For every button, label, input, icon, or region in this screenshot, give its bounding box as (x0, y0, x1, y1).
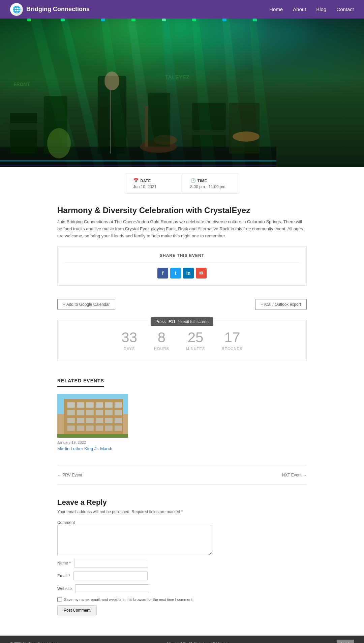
svg-rect-63 (57, 434, 128, 438)
add-ical-button[interactable]: + iCal / Outlook export (255, 299, 307, 310)
svg-rect-60 (96, 426, 103, 431)
next-event-link[interactable]: NXT Event → (282, 473, 307, 477)
svg-rect-58 (77, 426, 84, 431)
event-title: Harmony & Diversity Celebration with Cry… (57, 206, 307, 215)
fullscreen-notification: Press F11 to exit full screen (151, 317, 213, 326)
seconds-number: 17 (222, 330, 242, 345)
comment-label: Comment (57, 520, 75, 525)
name-label: Name * (57, 561, 71, 565)
related-title: RELATED EVENTS (57, 378, 104, 387)
leave-reply-title: Leave a Reply (57, 498, 307, 507)
svg-rect-46 (77, 410, 84, 415)
svg-rect-56 (115, 418, 122, 423)
svg-rect-61 (105, 426, 113, 431)
seconds-label: SECONDS (222, 347, 242, 351)
related-event-card: January 19, 2022 Martin Luther King Jr. … (57, 394, 128, 452)
share-email-button[interactable]: ✉ (196, 268, 207, 279)
date-label: 📅 DATE (133, 178, 174, 183)
svg-rect-39 (67, 402, 75, 408)
save-info-checkbox[interactable] (57, 597, 62, 602)
prev-event-link[interactable]: ← PRV Event (57, 473, 82, 477)
svg-rect-59 (86, 426, 94, 431)
share-section: SHARE THIS EVENT f t in ✉ (57, 246, 307, 286)
share-twitter-button[interactable]: t (170, 268, 181, 279)
footer-powered-by: Powered By: Cat's Imaging & Design (167, 641, 228, 643)
countdown-seconds: 17 SECONDS (222, 330, 242, 351)
svg-rect-54 (96, 418, 103, 423)
nav-about[interactable]: About (293, 6, 306, 12)
stage-background (0, 19, 364, 167)
calendar-row: + Add to Google Calendar + iCal / Outloo… (57, 292, 307, 317)
share-buttons: f t in ✉ (64, 268, 300, 279)
post-comment-button[interactable]: Post Comment (57, 605, 97, 615)
event-time-cell: 🕐 TIME 8:00 pm - 11:00 pm (182, 174, 239, 193)
nav-blog[interactable]: Blog (316, 6, 326, 12)
minutes-number: 25 (186, 330, 205, 345)
hours-label: HOURS (154, 347, 169, 351)
days-number: 33 (121, 330, 137, 345)
share-facebook-button[interactable]: f (157, 268, 168, 279)
save-info-label: Save my name, email, and website in this… (64, 597, 193, 602)
related-card-image (57, 394, 128, 438)
event-description: Join Bridging Connections at The Open+An… (57, 218, 307, 239)
svg-rect-55 (105, 418, 113, 423)
svg-rect-51 (67, 418, 75, 423)
site-logo: 🌐 Bridging Connections (10, 3, 90, 16)
email-input[interactable] (73, 572, 148, 580)
related-grid: January 19, 2022 Martin Luther King Jr. … (57, 394, 307, 452)
name-input[interactable] (74, 559, 148, 567)
event-info-card: 📅 DATE Jun 10, 2021 🕐 TIME 8:00 pm - 11:… (125, 174, 239, 194)
share-title: SHARE THIS EVENT (64, 253, 300, 258)
site-footer: © 2021 Bridging Connections Powered By: … (0, 636, 364, 643)
logo-icon: 🌐 (10, 3, 23, 16)
time-value: 8:00 pm - 11:00 pm (190, 184, 231, 189)
clock-icon: 🕐 (190, 178, 196, 183)
fullscreen-text-after: to exit full screen (177, 319, 209, 324)
svg-rect-40 (77, 402, 84, 408)
related-card-date: January 19, 2022 (57, 440, 128, 444)
svg-rect-42 (96, 402, 103, 408)
site-title: Bridging Connections (26, 6, 90, 13)
email-label: Email * (57, 574, 70, 578)
footer-login-button[interactable]: login (337, 640, 354, 643)
footer-copyright: © 2021 Bridging Connections (10, 641, 58, 643)
svg-rect-53 (86, 418, 94, 423)
calendar-icon: 📅 (133, 178, 139, 183)
nav-home[interactable]: Home (269, 6, 283, 12)
email-group: Email * (57, 572, 307, 580)
building-svg (57, 394, 128, 438)
svg-rect-50 (115, 410, 122, 415)
event-nav: ← PRV Event NXT Event → (57, 466, 307, 485)
countdown-section: 33 DAYS 8 HOURS 25 MINUTES 17 SECONDS (57, 320, 307, 361)
event-info-bar: 📅 DATE Jun 10, 2021 🕐 TIME 8:00 pm - 11:… (0, 167, 364, 197)
date-value: Jun 10, 2021 (133, 184, 174, 189)
comment-textarea[interactable] (57, 525, 212, 555)
minutes-label: MINUTES (186, 347, 205, 351)
svg-rect-48 (96, 410, 103, 415)
share-linkedin-button[interactable]: in (183, 268, 194, 279)
hero-image: FRONT TALEYEZ (0, 19, 364, 167)
website-label: Website (57, 586, 72, 591)
main-content: Harmony & Diversity Celebration with Cry… (51, 197, 313, 636)
website-group: Website (57, 584, 307, 593)
event-date-cell: 📅 DATE Jun 10, 2021 (125, 174, 182, 193)
svg-rect-45 (67, 410, 75, 415)
time-label: 🕐 TIME (190, 178, 231, 183)
svg-rect-52 (77, 418, 84, 423)
related-card-title[interactable]: Martin Luther King Jr. March (57, 446, 112, 451)
leave-reply-section: Leave a Reply Your email address will no… (57, 491, 307, 622)
svg-rect-41 (86, 402, 94, 408)
svg-rect-43 (105, 402, 113, 408)
countdown-minutes: 25 MINUTES (186, 330, 205, 351)
comment-group: Comment (57, 520, 307, 555)
svg-rect-47 (86, 410, 94, 415)
svg-rect-62 (115, 426, 122, 431)
name-group: Name * (57, 559, 307, 567)
hours-number: 8 (154, 330, 169, 345)
nav-contact[interactable]: Contact (336, 6, 354, 12)
countdown-hours: 8 HOURS (154, 330, 169, 351)
add-google-calendar-button[interactable]: + Add to Google Calendar (57, 299, 115, 310)
save-info-group: Save my name, email, and website in this… (57, 597, 307, 602)
website-input[interactable] (75, 584, 149, 593)
fullscreen-text-before: Press (155, 319, 167, 324)
